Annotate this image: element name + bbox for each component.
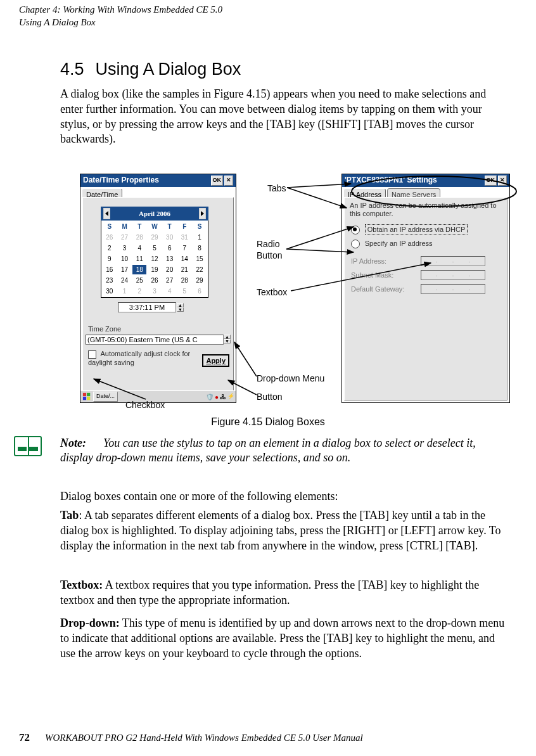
callout-dropdown: Drop-down Menu: [257, 373, 324, 384]
window-title: 'PTXCF8385PN1' Settings: [345, 176, 437, 186]
timezone-label: Time Zone: [88, 324, 121, 333]
gateway-field[interactable]: ...: [421, 284, 485, 294]
radio-static[interactable]: [351, 240, 360, 248]
page-number: 72: [19, 731, 30, 745]
note-text: You can use the stylus to tap on an elem…: [60, 437, 476, 464]
svg-line-6: [287, 188, 347, 208]
svg-rect-1: [87, 393, 90, 396]
callout-checkbox: Checkbox: [125, 399, 165, 411]
dst-checkbox[interactable]: [88, 350, 96, 359]
tray-icon[interactable]: ⚡: [227, 393, 234, 401]
time-down-icon[interactable]: ▼: [177, 307, 184, 312]
tray-icon[interactable]: ●: [215, 393, 219, 401]
callout-radio: Radio: [257, 238, 280, 250]
ok-button[interactable]: OK: [485, 176, 497, 186]
textbox-definition: Textbox: A textbox requires that you typ…: [60, 578, 511, 608]
footer-text: WORKABOUT PRO G2 Hand-Held With Windows …: [45, 732, 363, 745]
section-title-text: Using A Dialog Box: [96, 60, 241, 79]
callout-radio2: Button: [257, 250, 282, 261]
time-field[interactable]: 3:37:11 PM ▲ ▼: [118, 302, 184, 312]
timezone-dropdown[interactable]: (GMT-05:00) Eastern Time (US & C ▲ ▼: [86, 335, 231, 345]
tray-icon[interactable]: 🛡️: [206, 393, 214, 401]
term-textbox-text: A textbox requires that you type informa…: [60, 579, 479, 606]
titlebar: Date/Time Properties OK: [80, 174, 236, 187]
tray-icon[interactable]: 🖧: [220, 393, 226, 401]
tz-up-icon[interactable]: ▲: [224, 335, 231, 339]
callout-textbox: Textbox: [257, 286, 287, 298]
radio-dhcp[interactable]: [351, 226, 360, 234]
taskbar-item[interactable]: Date/...: [93, 392, 118, 402]
callout-button: Button: [257, 391, 282, 402]
term-dropdown: Drop-down:: [60, 617, 120, 629]
apply-button[interactable]: Apply: [202, 354, 229, 367]
section-line: Using A Dialog Box: [19, 16, 517, 29]
dst-label: Automatically adjust clock for daylight …: [88, 350, 190, 366]
gateway-label: Default Gateway:: [351, 285, 421, 293]
ip-settings-dialog: 'PTXCF8385PN1' Settings OK IP Address Na…: [341, 174, 510, 403]
time-up-icon[interactable]: ▲: [177, 303, 184, 307]
tab-definition: Tab: A tab separates different elements …: [60, 508, 511, 553]
window-title: Date/Time Properties: [83, 176, 159, 186]
ip-address-label: IP Address:: [351, 257, 421, 266]
intro-paragraph: A dialog box (like the samples in Figure…: [60, 87, 511, 147]
callout-tabs: Tabs: [267, 183, 286, 194]
term-textbox: Textbox:: [60, 579, 103, 591]
figure-caption: Figure 4.15 Dialog Boxes: [0, 416, 536, 429]
intro-text: A dialog box (like the samples in Figure…: [60, 87, 486, 145]
following-elements-intro: Dialog boxes contain one or more of the …: [60, 489, 511, 504]
prev-month-icon[interactable]: [103, 208, 110, 219]
dropdown-definition: Drop-down: This type of menu is identifi…: [60, 616, 511, 661]
ip-info-text: An IP address can be automatically assig…: [350, 202, 502, 217]
subnet-mask-label: Subnet Mask:: [351, 271, 421, 279]
running-header: Chapter 4: Working With Windows Embedded…: [19, 4, 517, 29]
start-icon[interactable]: [82, 392, 92, 401]
subnet-mask-field[interactable]: ...: [421, 270, 485, 280]
month-label: April 2006: [139, 209, 170, 218]
svg-rect-0: [83, 393, 86, 396]
section-heading: 4.5Using A Dialog Box: [60, 58, 511, 80]
tz-down-icon[interactable]: ▼: [224, 339, 231, 343]
term-tab: Tab: [60, 509, 79, 522]
note-label: Note:: [60, 437, 86, 449]
timezone-value: (GMT-05:00) Eastern Time (US & C: [86, 335, 224, 345]
svg-rect-3: [87, 397, 90, 400]
svg-line-10: [234, 342, 257, 376]
time-value[interactable]: 3:37:11 PM: [118, 302, 176, 312]
note-icon: [14, 436, 42, 456]
close-icon[interactable]: [498, 176, 507, 186]
footer: 72 WORKABOUT PRO G2 Hand-Held With Windo…: [19, 731, 517, 745]
datetime-dialog: Date/Time Properties OK Date/Time April …: [80, 174, 236, 403]
svg-rect-2: [83, 397, 86, 400]
taskbar-item-label: Date/...: [96, 393, 115, 399]
note: Note: You can use the stylus to tap on a…: [60, 436, 511, 466]
next-month-icon[interactable]: [199, 208, 206, 219]
close-icon[interactable]: [224, 176, 233, 186]
section-number: 4.5: [60, 60, 84, 79]
term-tab-text: : A tab separates different elements of …: [60, 509, 501, 552]
radio-dhcp-label: Obtain an IP address via DHCP: [365, 224, 468, 234]
term-dropdown-text: This type of menu is identified by up an…: [60, 617, 504, 660]
ip-address-field[interactable]: ...: [421, 256, 485, 266]
calendar[interactable]: April 2006 SMTWTFS 2627282930311 2345678…: [101, 207, 208, 298]
titlebar: 'PTXCF8385PN1' Settings OK: [342, 174, 509, 187]
radio-static-label: Specify an IP address: [365, 240, 433, 247]
chapter-line: Chapter 4: Working With Windows Embedded…: [19, 4, 517, 16]
ok-button[interactable]: OK: [211, 176, 224, 186]
